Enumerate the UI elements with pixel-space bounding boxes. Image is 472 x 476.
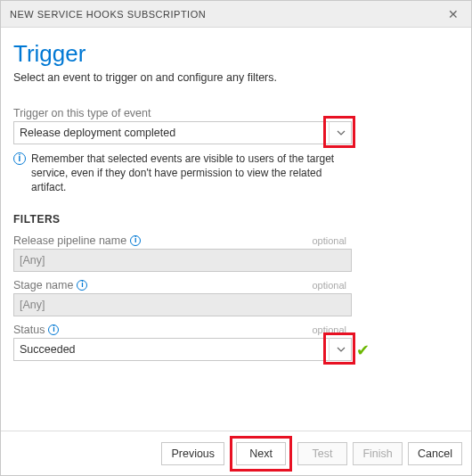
dialog-title: NEW SERVICE HOOKS SUBSCRIPTION [10, 9, 206, 20]
event-type-label: Trigger on this type of event [13, 107, 459, 119]
stage-label: Stage name i [13, 279, 87, 291]
cancel-button[interactable]: Cancel [408, 442, 462, 465]
optional-tag: optional [312, 324, 352, 335]
previous-button[interactable]: Previous [161, 442, 224, 465]
dialog-content: Trigger Select an event to trigger on an… [1, 28, 471, 361]
optional-tag: optional [312, 235, 352, 246]
stage-value: [Any] [20, 299, 45, 311]
pipeline-label: Release pipeline name i [13, 234, 141, 247]
event-type-select[interactable]: Release deployment completed [13, 121, 352, 144]
status-value: Succeeded [20, 343, 76, 356]
page-title: Trigger [13, 40, 459, 68]
info-icon[interactable]: i [48, 324, 59, 335]
finish-button[interactable]: Finish [353, 442, 403, 465]
stage-field: Stage name i optional [Any] [13, 279, 459, 316]
dialog-footer: Previous Next Test Finish Cancel [1, 431, 471, 475]
event-type-field: Trigger on this type of event Release de… [13, 107, 459, 144]
info-icon[interactable]: i [77, 280, 87, 291]
pipeline-field: Release pipeline name i optional [Any] [13, 234, 459, 272]
checkmark-icon: ✔ [356, 341, 370, 360]
status-field: Status i optional Succeeded ✔ [13, 324, 459, 361]
optional-tag: optional [312, 280, 352, 291]
filters-heading: FILTERS [13, 213, 459, 226]
event-type-value: Release deployment completed [20, 127, 175, 139]
page-subtitle: Select an event to trigger on and config… [13, 71, 459, 84]
info-note-text: Remember that selected events are visibl… [31, 152, 352, 195]
test-button[interactable]: Test [297, 442, 347, 465]
status-select[interactable]: Succeeded [13, 338, 352, 361]
info-note: i Remember that selected events are visi… [13, 152, 352, 195]
next-button[interactable]: Next [236, 442, 286, 465]
info-icon[interactable]: i [130, 235, 141, 246]
close-icon[interactable]: ✕ [444, 7, 463, 21]
pipeline-value: [Any] [20, 254, 45, 267]
highlight-box: Next [230, 436, 292, 472]
stage-select[interactable]: [Any] [13, 293, 352, 316]
info-icon: i [13, 152, 26, 165]
pipeline-select[interactable]: [Any] [13, 249, 352, 272]
dialog-titlebar: NEW SERVICE HOOKS SUBSCRIPTION ✕ [1, 1, 471, 28]
status-label: Status i [13, 324, 59, 336]
